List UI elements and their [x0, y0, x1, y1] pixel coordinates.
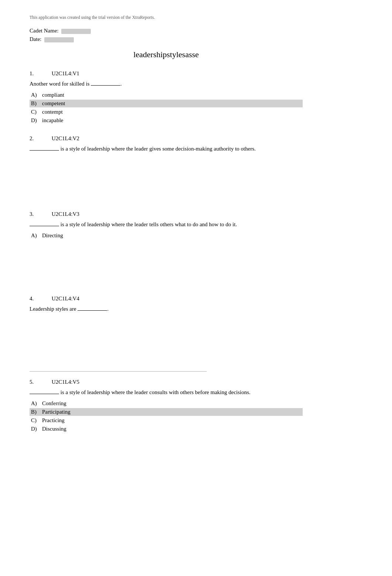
question-5-option-b: B) Participating — [30, 408, 303, 416]
option-text: Participating — [42, 409, 71, 415]
question-3-options: A) Directing — [30, 232, 303, 239]
question-2-blank — [30, 150, 59, 151]
question-2-number: 2. — [30, 135, 52, 142]
question-1-number: 1. — [30, 70, 52, 77]
question-2-code: U2C1L4:V2 — [52, 135, 79, 142]
question-2-text: is a style of leadership where the leade… — [30, 145, 303, 153]
option-letter: A) — [31, 232, 42, 239]
question-3-blank — [30, 226, 59, 226]
question-3-text: is a style of leadership where the leade… — [30, 220, 303, 229]
question-5-options: A) Conferring B) Participating C) Practi… — [30, 400, 303, 433]
question-2: 2. U2C1L4:V2 is a style of leadership wh… — [30, 135, 303, 200]
cadet-name-label: Cadet Name: — [30, 28, 59, 34]
question-5-code: U2C1L4:V5 — [52, 379, 79, 385]
option-text: Discussing — [42, 426, 66, 432]
option-letter: A) — [31, 400, 42, 407]
option-letter: B) — [31, 409, 42, 415]
cadet-name-value — [61, 29, 91, 34]
option-text: contempt — [42, 109, 63, 115]
question-4-blank — [78, 310, 107, 311]
option-text: competent — [42, 100, 65, 107]
question-5-number: 5. — [30, 379, 52, 385]
page-title: leadershipstylesasse — [30, 50, 303, 59]
option-text: incapable — [42, 117, 63, 124]
question-5-blank — [30, 394, 59, 394]
option-letter: D) — [31, 426, 42, 432]
question-5-option-c: C) Practicing — [30, 417, 303, 424]
option-text: Conferring — [42, 400, 66, 407]
option-letter: D) — [31, 117, 42, 124]
question-3-number: 3. — [30, 211, 52, 217]
trial-notice: This application was created using the t… — [30, 15, 303, 20]
option-letter: A) — [31, 92, 42, 98]
question-1: 1. U2C1L4:V1 Another word for skilled is… — [30, 70, 303, 124]
option-letter: B) — [31, 100, 42, 107]
question-3-option-a: A) Directing — [30, 232, 303, 239]
question-1-option-b: B) competent — [30, 100, 303, 107]
question-4-number: 4. — [30, 296, 52, 302]
question-4-text: Leadership styles are . — [30, 305, 303, 313]
question-3-code: U2C1L4:V3 — [52, 211, 79, 217]
option-text: compliant — [42, 92, 64, 98]
option-text: Directing — [42, 232, 63, 239]
question-5-option-a: A) Conferring — [30, 400, 303, 407]
question-5-option-d: D) Discussing — [30, 425, 303, 433]
date-label: Date: — [30, 36, 41, 42]
question-1-option-d: D) incapable — [30, 117, 303, 124]
section-divider — [30, 371, 207, 372]
question-4: 4. U2C1L4:V4 Leadership styles are . — [30, 296, 303, 361]
option-text: Practicing — [42, 417, 65, 424]
date-value — [44, 37, 74, 42]
question-1-blank — [91, 85, 120, 86]
question-3: 3. U2C1L4:V3 is a style of leadership wh… — [30, 211, 303, 284]
option-letter: C) — [31, 109, 42, 115]
question-4-code: U2C1L4:V4 — [52, 296, 79, 302]
question-1-code: U2C1L4:V1 — [52, 70, 79, 77]
question-1-text: Another word for skilled is . — [30, 80, 303, 88]
question-1-option-c: C) contempt — [30, 108, 303, 116]
question-5: 5. U2C1L4:V5 is a style of leadership wh… — [30, 379, 303, 433]
option-letter: C) — [31, 417, 42, 424]
question-1-options: A) compliant B) competent C) contempt D)… — [30, 91, 303, 124]
question-1-option-a: A) compliant — [30, 91, 303, 99]
question-5-text: is a style of leadership where the leade… — [30, 388, 303, 397]
